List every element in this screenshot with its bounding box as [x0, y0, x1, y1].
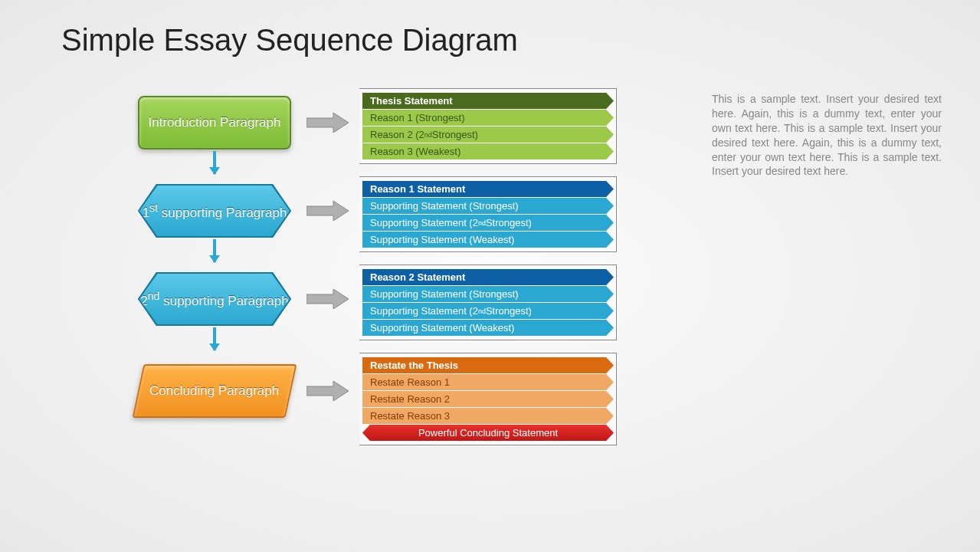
- supporting1-hexagon: 1st supporting Paragraph: [138, 184, 291, 238]
- slide-title: Simple Essay Sequence Diagram: [61, 23, 518, 58]
- group-row-bar: Restate Reason 1: [362, 374, 614, 390]
- right-arrow-icon: [306, 289, 349, 309]
- group-row-bar: Reason 3 (Weakest): [362, 143, 614, 159]
- supporting2-label: 2nd supporting Paragraph: [140, 290, 288, 308]
- right-arrow-icon: [306, 201, 349, 221]
- down-arrow-icon: [213, 239, 216, 262]
- down-arrow-icon: [213, 151, 216, 174]
- group-row-bar: Supporting Statement (2nd Strongest): [362, 215, 614, 231]
- side-sample-text: This is a sample text. Insert your desir…: [712, 92, 942, 179]
- group-row-bar: Supporting Statement (Strongest): [362, 198, 614, 214]
- group-row-bar: Restate Reason 2: [362, 391, 614, 407]
- group-header-bar: Restate the Thesis: [362, 357, 614, 373]
- group-row-bar: Supporting Statement (Strongest): [362, 286, 614, 302]
- group-row-bar: Reason 1 (Strongest): [362, 110, 614, 126]
- intro-label: Introduction Paragraph: [149, 115, 281, 130]
- detail-group-1: Reason 1 StatementSupporting Statement (…: [360, 176, 617, 252]
- group-row-bar: Powerful Concluding Statement: [362, 425, 614, 441]
- right-arrow-icon: [306, 113, 349, 133]
- group-row-bar: Restate Reason 3: [362, 408, 614, 424]
- group-header-bar: Reason 1 Statement: [362, 181, 614, 197]
- down-arrow-icon: [213, 327, 216, 350]
- group-row-bar: Supporting Statement (2nd Strongest): [362, 303, 614, 319]
- detail-group-3: Restate the ThesisRestate Reason 1Restat…: [360, 353, 617, 445]
- group-row-bar: Reason 2 (2nd Strongest): [362, 127, 614, 143]
- supporting1-label: 1st supporting Paragraph: [143, 202, 287, 220]
- concluding-label: Concluding Paragraph: [149, 383, 279, 399]
- intro-paragraph-box: Introduction Paragraph: [138, 96, 291, 150]
- supporting2-hexagon: 2nd supporting Paragraph: [138, 272, 291, 326]
- detail-group-0: Thesis StatementReason 1 (Strongest)Reas…: [360, 88, 617, 164]
- concluding-parallelogram: Concluding Paragraph: [133, 364, 297, 418]
- group-header-bar: Reason 2 Statement: [362, 269, 614, 285]
- group-row-bar: Supporting Statement (Weakest): [362, 320, 614, 336]
- group-header-bar: Thesis Statement: [362, 93, 614, 109]
- right-arrow-icon: [306, 381, 349, 401]
- detail-group-2: Reason 2 StatementSupporting Statement (…: [360, 264, 617, 340]
- group-row-bar: Supporting Statement (Weakest): [362, 232, 614, 248]
